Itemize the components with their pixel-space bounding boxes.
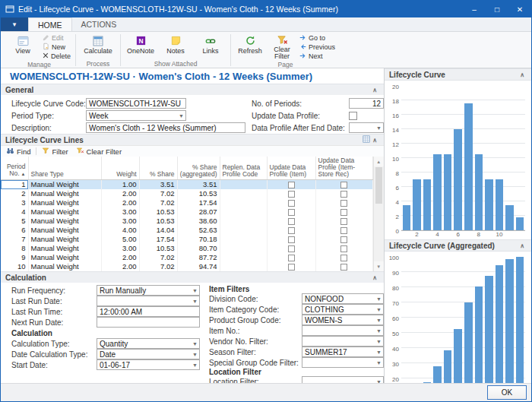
scrollbar-thumb[interactable] (375, 167, 383, 204)
update-item-checkbox[interactable] (288, 191, 295, 198)
vendor-no-filter-input[interactable] (302, 336, 384, 347)
next-run-date-input[interactable] (97, 317, 200, 328)
collapse-chart2-icon[interactable]: ∧ (518, 242, 527, 249)
filter-button[interactable]: Filter (40, 147, 70, 156)
app-menu-button[interactable]: ▾ (1, 17, 28, 31)
edit-button[interactable]: Edit (40, 33, 73, 43)
dropdown-icon[interactable]: ▼ (191, 350, 199, 359)
last-run-date-select[interactable]: ▼ (97, 296, 200, 306)
col-share-aggregated[interactable]: % Share (aggregated) (177, 157, 220, 180)
table-row[interactable]: 9 Manual Weight 2.00 7.02 87.72 (1, 253, 372, 262)
last-run-time-field[interactable] (97, 306, 200, 317)
dropdown-icon[interactable]: ▼ (375, 305, 383, 314)
season-filter-input[interactable] (302, 347, 384, 357)
no-of-periods-field[interactable] (349, 98, 384, 109)
col-replen-data-profile-code[interactable]: Replen. Data Profile Code (220, 157, 267, 180)
table-row[interactable]: 2 Manual Weight 2.00 7.02 10.53 (1, 189, 372, 198)
last-run-date-input[interactable] (97, 296, 200, 306)
update-data-profile-checkbox[interactable] (349, 112, 357, 120)
clear-filter-toolbar-button[interactable]: Clear Filter (74, 147, 124, 156)
scroll-down-icon[interactable]: ▼ (374, 261, 385, 271)
dropdown-icon[interactable]: ▼ (375, 377, 383, 383)
dropdown-icon[interactable]: ▼ (375, 347, 383, 356)
vendor-no-filter-select[interactable]: ▼ (302, 336, 384, 347)
division-code-input[interactable] (302, 293, 384, 304)
col-period-no[interactable]: Period No.▲ (1, 157, 28, 180)
section-header-lines[interactable]: Lifecycle Curve Lines ∧ (1, 134, 384, 145)
dropdown-icon[interactable]: ▼ (191, 286, 199, 295)
update-item-store-checkbox[interactable] (340, 264, 347, 271)
calculation-type-select[interactable]: ▼ (97, 338, 200, 349)
update-item-store-checkbox[interactable] (340, 209, 347, 216)
lifecycle-curve-code-field[interactable] (86, 98, 186, 109)
update-item-store-checkbox[interactable] (340, 227, 347, 234)
dropdown-icon[interactable]: ▼ (375, 358, 383, 367)
lines-scrollbar[interactable]: ▲ ▼ (373, 157, 385, 271)
next-button[interactable]: Next (297, 52, 337, 61)
view-button[interactable]: View (5, 33, 40, 60)
update-item-store-checkbox[interactable] (340, 255, 347, 261)
grid-icon[interactable] (363, 135, 370, 144)
tab-actions[interactable]: ACTIONS (72, 17, 126, 31)
collapse-general-icon[interactable]: ∧ (370, 87, 379, 93)
collapse-calculation-icon[interactable]: ∧ (370, 274, 379, 281)
update-item-checkbox[interactable] (288, 182, 295, 188)
data-profile-after-end-date-select[interactable]: ▼ (349, 122, 384, 133)
section-header-general[interactable]: General ∧ (1, 84, 384, 95)
scroll-up-icon[interactable]: ▲ (374, 157, 385, 166)
dropdown-icon[interactable]: ▼ (375, 294, 383, 303)
update-item-checkbox[interactable] (288, 264, 295, 271)
next-run-date-field[interactable] (97, 317, 200, 328)
item-no-select[interactable]: ▼ (302, 325, 384, 336)
start-date-input[interactable] (97, 359, 200, 370)
update-item-store-checkbox[interactable] (340, 191, 347, 198)
scrollbar-track[interactable] (374, 166, 385, 261)
period-type-input[interactable] (86, 110, 186, 121)
run-frequency-input[interactable] (97, 285, 200, 296)
date-calculation-type-input[interactable] (97, 349, 200, 359)
run-frequency-select[interactable]: ▼ (97, 285, 200, 296)
col-share[interactable]: % Share (139, 157, 177, 180)
new-button[interactable]: New (40, 43, 73, 52)
update-item-store-checkbox[interactable] (340, 236, 347, 243)
ok-button[interactable]: OK (487, 385, 527, 400)
lifecycle-curve-code-input[interactable] (86, 98, 186, 109)
dropdown-icon[interactable]: ▼ (375, 123, 383, 132)
item-category-code-select[interactable]: ▼ (302, 304, 384, 315)
division-code-select[interactable]: ▼ (302, 293, 384, 304)
refresh-button[interactable]: Refresh (233, 33, 267, 60)
item-no-input[interactable] (302, 325, 384, 336)
update-item-checkbox[interactable] (288, 245, 295, 252)
minimize-button[interactable]: – (463, 1, 486, 17)
update-item-checkbox[interactable] (288, 255, 295, 261)
table-row[interactable]: 6 Manual Weight 4.00 14.04 52.63 (1, 226, 372, 235)
update-item-store-checkbox[interactable] (340, 182, 347, 188)
delete-button[interactable]: Delete (40, 52, 73, 61)
no-of-periods-input[interactable] (349, 98, 384, 109)
dropdown-icon[interactable]: ▼ (375, 337, 383, 346)
table-row[interactable]: 5 Manual Weight 3.00 10.53 38.60 (1, 217, 372, 226)
section-header-calculation[interactable]: Calculation ∧ (1, 271, 384, 283)
last-run-time-input[interactable] (97, 306, 200, 317)
update-item-checkbox[interactable] (288, 236, 295, 243)
special-group-code-filter-input[interactable] (302, 357, 384, 368)
table-row[interactable]: 1 Manual Weight 1.00 3.51 3.51 (1, 180, 372, 190)
period-type-select[interactable]: ▼ (86, 110, 186, 121)
table-row[interactable]: 7 Manual Weight 5.00 17.54 70.18 (1, 235, 372, 244)
onenote-button[interactable]: N OneNote (123, 33, 158, 60)
date-calculation-type-select[interactable]: ▼ (97, 349, 200, 359)
links-button[interactable]: Links (193, 33, 228, 60)
dropdown-icon[interactable]: ▼ (191, 339, 199, 348)
season-filter-select[interactable]: ▼ (302, 347, 384, 357)
dropdown-icon[interactable]: ▼ (177, 111, 185, 120)
close-button[interactable]: ✕ (508, 1, 531, 17)
update-item-store-checkbox[interactable] (340, 200, 347, 207)
special-group-code-filter-select[interactable]: ▼ (302, 357, 384, 368)
col-update-data-profile-item-store[interactable]: Update Data Profile (Item-Store Rec) (315, 157, 372, 180)
update-item-store-checkbox[interactable] (340, 218, 347, 225)
update-item-checkbox[interactable] (288, 218, 295, 225)
update-item-checkbox[interactable] (288, 200, 295, 207)
table-row[interactable]: 3 Manual Weight 2.00 7.02 17.54 (1, 198, 372, 207)
tab-home[interactable]: HOME (28, 17, 72, 31)
maximize-button[interactable]: □ (486, 1, 508, 17)
